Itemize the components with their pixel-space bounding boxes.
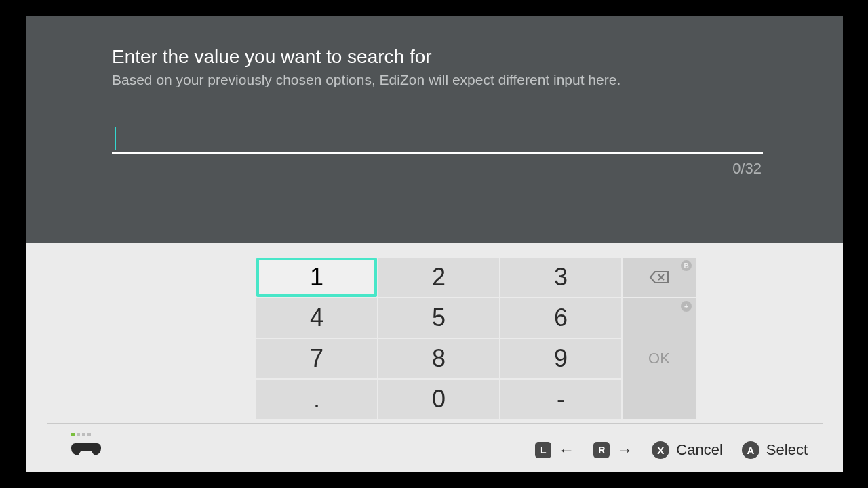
char-counter: 0/32 (732, 160, 762, 178)
key-1[interactable]: 1 (256, 258, 377, 297)
backspace-hint-badge: B (681, 260, 692, 271)
panel-title: Enter the value you want to search for (112, 46, 432, 68)
controller-indicator (71, 433, 101, 460)
key-0[interactable]: 0 (378, 380, 499, 419)
panel-subtitle: Based on your previously chosen options,… (112, 72, 620, 88)
key-2[interactable]: 2 (378, 258, 499, 297)
key-dot[interactable]: . (256, 380, 377, 419)
key-7[interactable]: 7 (256, 339, 377, 378)
cancel-label: Cancel (676, 441, 722, 459)
r-badge: R (593, 442, 610, 458)
cancel-action[interactable]: X Cancel (652, 441, 722, 459)
nav-right-action[interactable]: R → (593, 441, 633, 460)
footer-actions: L ← R → X Cancel A Select (535, 441, 808, 460)
input-panel: Enter the value you want to search for B… (26, 16, 843, 243)
arrow-left-icon: ← (558, 441, 574, 460)
screen: Enter the value you want to search for B… (26, 16, 843, 472)
ok-label: OK (648, 350, 670, 367)
footer-bar: L ← R → X Cancel A Select (26, 423, 843, 472)
key-4[interactable]: 4 (256, 298, 377, 338)
arrow-right-icon: → (616, 441, 633, 460)
x-button-icon: X (652, 441, 669, 459)
text-cursor (115, 127, 116, 150)
ok-key[interactable]: OK + (623, 298, 696, 419)
input-underline[interactable] (112, 152, 763, 154)
backspace-icon (649, 270, 669, 284)
controller-icon (71, 439, 101, 457)
nav-left-action[interactable]: L ← (535, 441, 574, 460)
footer-divider (47, 423, 823, 424)
select-action[interactable]: A Select (742, 441, 808, 459)
backspace-key[interactable]: B (623, 258, 696, 297)
key-minus[interactable]: - (500, 380, 621, 419)
l-badge: L (535, 442, 551, 458)
select-label: Select (766, 441, 808, 459)
player-dots (71, 433, 101, 436)
key-8[interactable]: 8 (378, 339, 499, 378)
key-9[interactable]: 9 (500, 339, 621, 378)
key-3[interactable]: 3 (500, 258, 621, 297)
key-6[interactable]: 6 (500, 298, 621, 338)
numeric-keypad: 1 2 3 B 4 5 6 OK + 7 8 9 . 0 - (256, 258, 719, 420)
ok-hint-badge: + (681, 301, 692, 312)
key-5[interactable]: 5 (378, 298, 499, 338)
a-button-icon: A (742, 441, 760, 459)
